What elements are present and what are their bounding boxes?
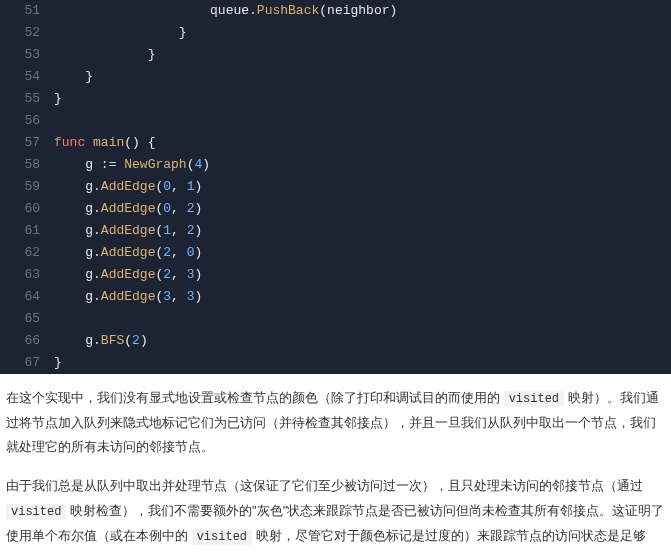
paragraph-2: 由于我们总是从队列中取出并处理节点（这保证了它们至少被访问过一次），且只处理未访… — [6, 474, 665, 552]
code-line: 58 g := NewGraph(4) — [0, 154, 671, 176]
code-content — [54, 308, 671, 330]
code-content: g.AddEdge(3, 3) — [54, 286, 671, 308]
code-line: 52 } — [0, 22, 671, 44]
line-number: 60 — [0, 198, 54, 220]
line-number: 58 — [0, 154, 54, 176]
code-line: 60 g.AddEdge(0, 2) — [0, 198, 671, 220]
line-number: 64 — [0, 286, 54, 308]
explanation-text: 在这个实现中，我们没有显式地设置或检查节点的颜色（除了打印和调试目的而使用的 v… — [0, 374, 671, 552]
code-line: 57func main() { — [0, 132, 671, 154]
line-number: 61 — [0, 220, 54, 242]
code-content: } — [54, 66, 671, 88]
code-content: g.BFS(2) — [54, 330, 671, 352]
line-number: 51 — [0, 0, 54, 22]
line-number: 65 — [0, 308, 54, 330]
line-number: 62 — [0, 242, 54, 264]
prose-text: 由于我们总是从队列中取出并处理节点（这保证了它们至少被访问过一次），且只处理未访… — [6, 478, 643, 493]
line-number: 67 — [0, 352, 54, 374]
code-line: 66 g.BFS(2) — [0, 330, 671, 352]
inline-code-visited: visited — [192, 529, 252, 545]
code-content: g.AddEdge(0, 1) — [54, 176, 671, 198]
line-number: 56 — [0, 110, 54, 132]
line-number: 57 — [0, 132, 54, 154]
code-line: 54 } — [0, 66, 671, 88]
line-number: 59 — [0, 176, 54, 198]
code-content: g.AddEdge(1, 2) — [54, 220, 671, 242]
code-line: 59 g.AddEdge(0, 1) — [0, 176, 671, 198]
code-content — [54, 110, 671, 132]
code-content: g := NewGraph(4) — [54, 154, 671, 176]
line-number: 54 — [0, 66, 54, 88]
code-line: 65 — [0, 308, 671, 330]
code-line: 56 — [0, 110, 671, 132]
inline-code-visited: visited — [504, 391, 564, 407]
code-line: 55} — [0, 88, 671, 110]
code-content: g.AddEdge(2, 0) — [54, 242, 671, 264]
code-content: g.AddEdge(2, 3) — [54, 264, 671, 286]
line-number: 66 — [0, 330, 54, 352]
code-content: } — [54, 44, 671, 66]
code-line: 64 g.AddEdge(3, 3) — [0, 286, 671, 308]
paragraph-1: 在这个实现中，我们没有显式地设置或检查节点的颜色（除了打印和调试目的而使用的 v… — [6, 386, 665, 460]
code-content: } — [54, 88, 671, 110]
code-line: 51 queue.PushBack(neighbor) — [0, 0, 671, 22]
line-number: 52 — [0, 22, 54, 44]
code-line: 62 g.AddEdge(2, 0) — [0, 242, 671, 264]
code-content: } — [54, 352, 671, 374]
line-number: 53 — [0, 44, 54, 66]
code-block: 51 queue.PushBack(neighbor)52 }53 }54 }5… — [0, 0, 671, 374]
code-content: func main() { — [54, 132, 671, 154]
line-number: 63 — [0, 264, 54, 286]
code-line: 61 g.AddEdge(1, 2) — [0, 220, 671, 242]
code-line: 63 g.AddEdge(2, 3) — [0, 264, 671, 286]
code-line: 67} — [0, 352, 671, 374]
code-line: 53 } — [0, 44, 671, 66]
line-number: 55 — [0, 88, 54, 110]
code-content: queue.PushBack(neighbor) — [54, 0, 671, 22]
code-content: g.AddEdge(0, 2) — [54, 198, 671, 220]
inline-code-visited: visited — [6, 504, 66, 520]
code-content: } — [54, 22, 671, 44]
prose-text: 在这个实现中，我们没有显式地设置或检查节点的颜色（除了打印和调试目的而使用的 — [6, 390, 504, 405]
